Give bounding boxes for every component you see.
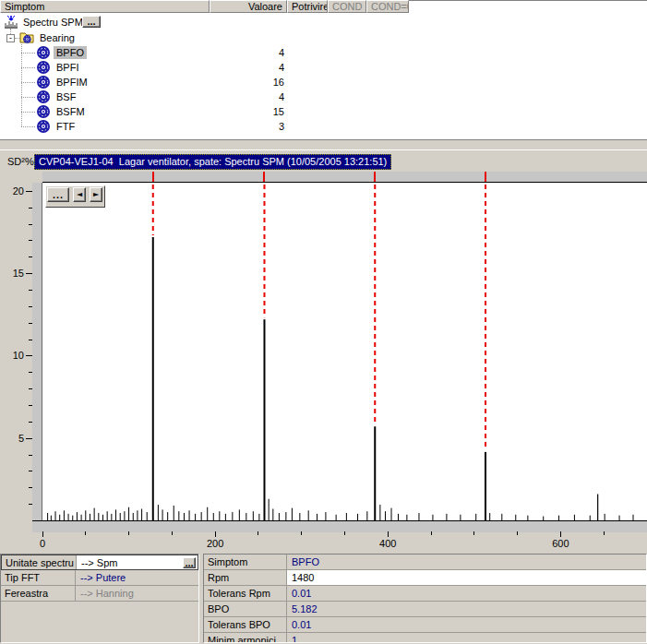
- x-axis-tick-label: 0: [27, 538, 58, 549]
- chart-title[interactable]: CVP04-VEJ1-04 Lagar ventilator, spate: S…: [34, 154, 391, 170]
- y-axis-unit-label: SD²%: [7, 156, 34, 167]
- y-axis-minor-tick: [29, 405, 32, 406]
- bearing-icon: [36, 75, 51, 89]
- tree-item-bpfi[interactable]: BPFI 4: [0, 60, 647, 75]
- setting-options-button[interactable]: ...: [183, 557, 196, 568]
- tree-group-row[interactable]: - Bearing: [0, 30, 647, 45]
- y-axis-minor-tick: [29, 290, 32, 291]
- y-axis-minor-tick: [29, 240, 32, 241]
- param-value[interactable]: 1: [287, 633, 646, 643]
- bearing-icon: [36, 60, 51, 75]
- setting-label: Unitate spectru: [2, 555, 77, 569]
- param-value[interactable]: 5.182: [287, 602, 646, 616]
- y-axis-major-tick: [26, 355, 32, 356]
- x-axis-major-tick: [215, 531, 216, 537]
- param-value-editable[interactable]: 1480: [287, 570, 646, 585]
- column-header-cond0[interactable]: COND=0: [366, 0, 409, 13]
- param-value[interactable]: BPFO: [287, 555, 646, 569]
- next-arrow-button[interactable]: ►: [90, 187, 102, 202]
- y-axis-minor-tick: [29, 208, 32, 209]
- param-label: Minim armonici: [204, 633, 287, 643]
- param-row-rpm[interactable]: Rpm 1480: [204, 570, 646, 586]
- y-axis-minor-tick: [29, 504, 32, 505]
- bearing-icon: [36, 45, 51, 60]
- chart-bottom-band: [32, 520, 647, 532]
- x-axis-minor-tick: [517, 531, 518, 535]
- spectrum-svg: [42, 183, 647, 520]
- horizontal-splitter[interactable]: [0, 140, 647, 149]
- bearing-icon: [36, 104, 51, 119]
- param-value[interactable]: 0.01: [287, 586, 646, 601]
- tree-root-row[interactable]: Spectru SPM ...: [0, 15, 647, 30]
- y-axis-minor-tick: [29, 323, 32, 324]
- harmonic-marker-top-segment: [374, 172, 376, 182]
- plot-area[interactable]: [42, 183, 647, 520]
- y-axis-major-tick: [26, 438, 32, 439]
- tree-item-label: BSF: [54, 90, 78, 103]
- column-header-valoare[interactable]: Valoare: [210, 0, 287, 13]
- y-axis-minor-tick: [29, 340, 32, 340]
- application-window: Simptom Valoare Potrivire COND COND=0 Sp…: [0, 0, 647, 644]
- param-row-tolerans-rpm[interactable]: Tolerans Rpm 0.01: [204, 586, 646, 602]
- tree-item-value: 4: [212, 89, 284, 104]
- tree-item-bsfm[interactable]: BSFM 15: [0, 104, 647, 119]
- param-label: BPO: [204, 602, 287, 616]
- setting-value[interactable]: --> Spm: [77, 555, 198, 569]
- param-row-bpo[interactable]: BPO 5.182: [204, 602, 646, 617]
- tree-item-bpfo[interactable]: BPFO 4: [0, 45, 647, 60]
- y-axis-tick-label: 15: [0, 268, 24, 279]
- bearing-folder-icon: [19, 30, 34, 45]
- setting-value[interactable]: --> Putere: [76, 570, 198, 585]
- x-axis-minor-tick: [344, 531, 345, 535]
- y-axis-tick-label: 10: [0, 350, 24, 361]
- tree-item-ftf[interactable]: FTF 3: [0, 119, 647, 134]
- x-axis-minor-tick: [301, 531, 302, 535]
- tree-item-value: 4: [212, 60, 284, 75]
- prev-arrow-button[interactable]: ◄: [73, 187, 86, 202]
- x-axis-minor-tick: [258, 531, 258, 535]
- tree-item-value: 15: [212, 104, 284, 119]
- x-axis-minor-tick: [85, 531, 86, 535]
- x-axis-minor-tick: [128, 531, 129, 535]
- y-axis-tick-label: 5: [0, 433, 24, 444]
- harmonic-marker-top-segment: [263, 172, 265, 182]
- tree-group-label: Bearing: [37, 31, 78, 44]
- y-axis-minor-tick: [29, 487, 32, 488]
- symptom-list-panel: Simptom Valoare Potrivire COND COND=0 Sp…: [0, 0, 647, 140]
- root-options-button[interactable]: ...: [82, 16, 101, 28]
- tree-item-value: 4: [212, 45, 284, 60]
- column-header-simptom[interactable]: Simptom: [0, 0, 210, 13]
- column-header-filler: [409, 0, 647, 13]
- param-label: Tolerans Rpm: [204, 586, 287, 601]
- param-row-minim-armonici[interactable]: Minim armonici 1: [204, 633, 646, 643]
- tree-root-label: Spectru SPM: [20, 16, 86, 29]
- setting-row-fereastra[interactable]: Fereastra --> Hanning: [1, 586, 198, 602]
- y-axis-minor-tick: [29, 422, 32, 423]
- tree-item-bsf[interactable]: BSF 4: [0, 89, 647, 104]
- tree-item-value: 3: [212, 119, 284, 134]
- collapse-icon[interactable]: -: [6, 34, 15, 42]
- spectrum-chart-panel: SD²% CVP04-VEJ1-04 Lagar ventilator, spa…: [0, 149, 647, 552]
- spectrum-icon: [4, 15, 18, 30]
- plot-toolbar: ... ◄ ►: [45, 185, 105, 208]
- column-header-potrivire[interactable]: Potrivire: [287, 0, 328, 13]
- plot-options-button[interactable]: ...: [47, 187, 69, 202]
- param-value[interactable]: 0.01: [287, 617, 646, 632]
- setting-value: --> Hanning: [76, 586, 198, 601]
- param-row-simptom[interactable]: Simptom BPFO: [204, 555, 646, 570]
- tree-item-label: BPFIM: [54, 76, 90, 89]
- x-axis-major-tick: [42, 531, 43, 537]
- param-label: Tolerans BPO: [204, 617, 287, 632]
- x-axis-major-tick: [388, 531, 389, 537]
- setting-row-tip-fft[interactable]: Tip FFT --> Putere: [1, 570, 198, 586]
- tree-item-label: BPFI: [54, 61, 81, 74]
- param-row-tolerans-bpo[interactable]: Tolerans BPO 0.01: [204, 617, 646, 633]
- x-axis-minor-tick: [473, 531, 474, 535]
- column-header-cond[interactable]: COND: [328, 0, 366, 13]
- x-axis-tick-label: 400: [372, 538, 403, 549]
- spectrum-settings-table: Unitate spectru --> Spm ... Tip FFT --> …: [0, 554, 199, 643]
- x-axis-minor-tick: [604, 531, 605, 535]
- setting-row-unitate-spectru[interactable]: Unitate spectru --> Spm ...: [1, 555, 198, 570]
- tree-item-bpfim[interactable]: BPFIM 16: [0, 75, 647, 89]
- x-axis-minor-tick: [172, 531, 173, 535]
